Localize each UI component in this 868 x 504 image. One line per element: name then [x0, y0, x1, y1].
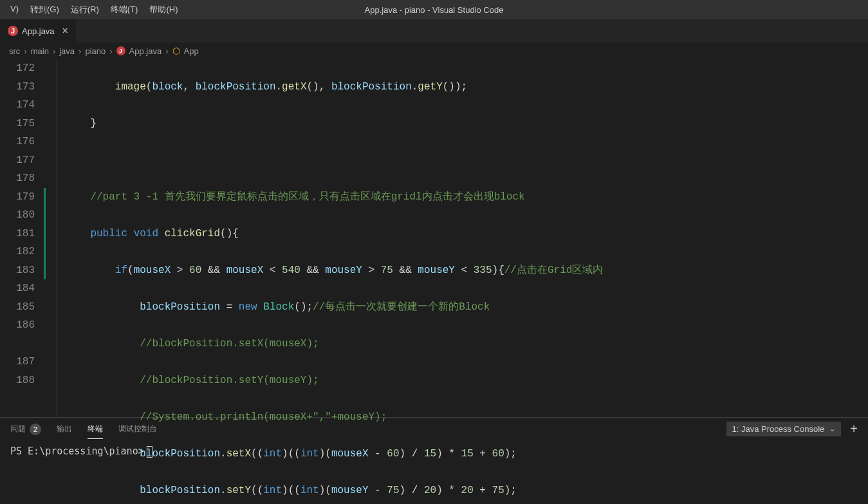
line-number: 188	[0, 371, 35, 390]
breadcrumb-file[interactable]: App.java	[129, 46, 162, 56]
line-number-gutter: 172 173 174 175 176 177 178 179 180 181 …	[0, 59, 46, 417]
line-number	[0, 335, 35, 353]
line-number: 184	[0, 279, 35, 298]
line-number: 179	[0, 188, 35, 207]
breadcrumb-part[interactable]: main	[31, 46, 49, 56]
menu-terminal[interactable]: 终端(T)	[106, 1, 143, 18]
indent-guide	[57, 59, 57, 417]
breadcrumb-symbol[interactable]: App	[184, 46, 199, 56]
git-change-marker	[44, 188, 46, 280]
line-number: 178	[0, 169, 35, 188]
line-number: 186	[0, 316, 35, 335]
breadcrumb[interactable]: src › main › java › piano › J App.java ›…	[0, 42, 868, 59]
java-file-icon: J	[116, 46, 125, 55]
line-number	[0, 389, 35, 408]
chevron-right-icon: ›	[109, 46, 112, 56]
line-number: 187	[0, 353, 35, 371]
line-number: 175	[0, 115, 35, 133]
breadcrumb-part[interactable]: piano	[85, 46, 106, 56]
line-number: 180	[0, 206, 35, 225]
breadcrumb-part[interactable]: java	[59, 46, 75, 56]
line-number: 173	[0, 78, 35, 97]
problems-count-badge: 2	[30, 424, 41, 435]
chevron-right-icon: ›	[24, 46, 26, 56]
breadcrumb-part[interactable]: src	[9, 46, 20, 56]
menu-help[interactable]: 帮助(H)	[144, 1, 183, 18]
menu-run[interactable]: 运行(R)	[66, 1, 104, 18]
tab-app-java[interactable]: J App.java ×	[0, 19, 77, 42]
line-number: 181	[0, 225, 35, 243]
line-number: 183	[0, 261, 35, 280]
code-content[interactable]: image(block, blockPosition.getX(), block…	[46, 59, 868, 417]
java-file-icon: J	[8, 26, 18, 36]
menu-view[interactable]: V)	[5, 1, 24, 18]
menu-bar: V) 转到(G) 运行(R) 终端(T) 帮助(H)	[5, 1, 183, 18]
title-bar: V) 转到(G) 运行(R) 终端(T) 帮助(H) App.java - pi…	[0, 0, 868, 19]
symbol-class-icon: ⬡	[172, 46, 180, 56]
line-number: 182	[0, 243, 35, 261]
code-editor[interactable]: 172 173 174 175 176 177 178 179 180 181 …	[0, 59, 868, 417]
line-number: 172	[0, 59, 35, 78]
tab-label: App.java	[22, 26, 55, 36]
line-number: 185	[0, 298, 35, 317]
panel-tab-problems[interactable]: 问题 2	[10, 420, 41, 439]
line-number: 176	[0, 133, 35, 151]
chevron-right-icon: ›	[78, 46, 81, 56]
chevron-right-icon: ›	[165, 46, 168, 56]
line-number: 174	[0, 96, 35, 115]
window-title: App.java - piano - Visual Studio Code	[365, 5, 504, 15]
chevron-right-icon: ›	[53, 46, 55, 56]
editor-tabs: J App.java ×	[0, 19, 868, 42]
line-number: 177	[0, 151, 35, 170]
close-icon[interactable]: ×	[62, 25, 68, 37]
menu-goto[interactable]: 转到(G)	[25, 1, 64, 18]
